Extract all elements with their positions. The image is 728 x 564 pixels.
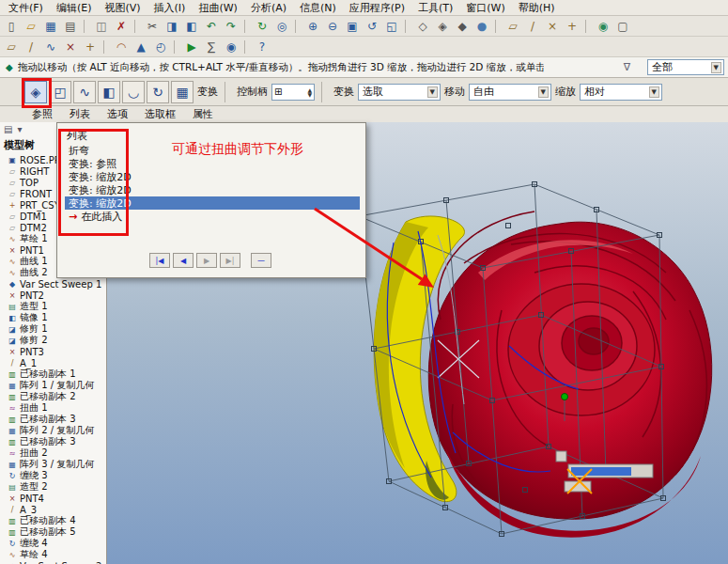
- erase-display-button[interactable]: ◫: [92, 18, 111, 35]
- move-dropdown[interactable]: 自由 ▼: [469, 84, 551, 101]
- copy-button[interactable]: ◨: [163, 18, 181, 35]
- tree-item[interactable]: ▥已移动副本 5: [0, 526, 106, 538]
- tree-item[interactable]: ◧镜像 1: [0, 312, 106, 323]
- feature-icon: ▥: [8, 528, 17, 537]
- feature-icon: ×: [8, 494, 17, 503]
- feature-icon: ◪: [8, 337, 17, 345]
- shaded-display-button[interactable]: ●: [472, 18, 491, 35]
- go-last-button[interactable]: ▶|: [220, 253, 240, 268]
- feature-icon: ∿: [8, 551, 17, 559]
- datum-axes-toggle-button[interactable]: /: [523, 18, 542, 35]
- menu-item-6[interactable]: 信息(N): [293, 0, 343, 16]
- tree-item-label: RIGHT: [20, 166, 49, 177]
- datum-planes-toggle-button[interactable]: ▱: [503, 18, 522, 35]
- bend-tool-button[interactable]: ◡: [122, 81, 145, 103]
- datum-csys-toggle-button[interactable]: +: [563, 18, 581, 35]
- tree-filter-icon[interactable]: ▾: [17, 125, 22, 134]
- tree-item[interactable]: ▤造型 1: [0, 301, 106, 312]
- revolve-tool-button[interactable]: ◴: [151, 39, 170, 55]
- sketch-tool-button[interactable]: ◠: [112, 39, 131, 55]
- tree-item[interactable]: ▥已移动副本 2: [0, 391, 106, 402]
- datum-axis-tool-button[interactable]: /: [22, 39, 40, 55]
- zoom-out-button[interactable]: ⊖: [323, 18, 342, 35]
- spin-center-toggle-button[interactable]: ◉: [594, 18, 612, 35]
- resume-feature-button[interactable]: ▶: [182, 39, 201, 55]
- datum-points-toggle-button[interactable]: ×: [543, 18, 562, 35]
- tree-item[interactable]: ×PNT2: [0, 290, 106, 301]
- refit-button[interactable]: ▣: [343, 18, 362, 35]
- tree-item[interactable]: ◆Var Sect Sweep 1: [0, 278, 106, 290]
- open-file-button[interactable]: ▱: [22, 18, 40, 35]
- datum-point-tool-button[interactable]: ×: [61, 39, 80, 55]
- menu-item-7[interactable]: 应用程序(P): [343, 0, 411, 16]
- tree-item[interactable]: ↻缠绕 3: [0, 470, 106, 481]
- reorient-button[interactable]: ↺: [363, 18, 381, 35]
- tab-4[interactable]: 属性: [193, 107, 213, 121]
- datum-curve-tool-button[interactable]: ∿: [41, 39, 60, 55]
- selection-scope-dropdown[interactable]: 全部 ▼: [647, 59, 724, 75]
- tree-item[interactable]: ×PNT4: [0, 493, 106, 504]
- stretch-tool-button[interactable]: ◧: [98, 81, 120, 103]
- tree-item[interactable]: ∿草绘 4: [0, 549, 106, 560]
- no-hidden-display-button[interactable]: ◆: [453, 18, 472, 35]
- menu-item-0[interactable]: 文件(F): [2, 0, 50, 16]
- delete-button[interactable]: ✗: [112, 18, 131, 35]
- go-first-button[interactable]: |◀: [149, 253, 170, 268]
- print-button[interactable]: ▤: [61, 18, 80, 35]
- analysis-measure-button[interactable]: ∑: [202, 39, 221, 55]
- warp-tool-button[interactable]: ◰: [49, 81, 71, 103]
- transform-dropdown[interactable]: 选取 ▼: [358, 84, 441, 101]
- datum-plane-tool-button[interactable]: ▱: [2, 39, 21, 55]
- redo-button[interactable]: ↷: [222, 18, 240, 35]
- menu-item-9[interactable]: 窗口(W): [459, 0, 511, 16]
- tab-0[interactable]: 参照: [32, 107, 53, 121]
- tab-2[interactable]: 选项: [107, 107, 128, 121]
- zoom-in-button[interactable]: ⊕: [303, 18, 322, 35]
- undo-button[interactable]: ↶: [202, 18, 221, 35]
- dashboard-separator: [321, 82, 327, 102]
- tree-item[interactable]: ▤造型 2: [0, 481, 106, 493]
- menu-item-5[interactable]: 分析(A): [244, 0, 293, 16]
- collapse-player-button[interactable]: —: [251, 253, 271, 268]
- context-help-button[interactable]: ?: [253, 39, 271, 55]
- tree-item[interactable]: ◆Var Sect Sweep 2: [0, 560, 106, 564]
- filter-beaker-icon[interactable]: ∇: [624, 61, 630, 73]
- wireframe-display-button[interactable]: ◇: [413, 18, 432, 35]
- save-button[interactable]: ▦: [41, 18, 60, 35]
- cut-button[interactable]: ✂: [143, 18, 162, 35]
- extrude-tool-button[interactable]: ▲: [132, 39, 150, 55]
- menu-item-1[interactable]: 编辑(E): [50, 0, 99, 16]
- tree-settings-icon[interactable]: ▤: [4, 125, 12, 134]
- menu-item-2[interactable]: 视图(V): [98, 0, 147, 16]
- feature-icon: ▣: [8, 156, 17, 164]
- menu-item-3[interactable]: 插入(I): [147, 0, 193, 16]
- step-back-button[interactable]: ◀: [173, 253, 194, 268]
- sculpt-tool-button[interactable]: ▦: [171, 81, 194, 103]
- tree-item[interactable]: ◪修剪 2: [0, 335, 106, 346]
- tree-item[interactable]: ◪修剪 1: [0, 323, 106, 335]
- menu-item-8[interactable]: 工具(T): [411, 0, 459, 16]
- tree-item[interactable]: ▥已移动副本 3: [0, 436, 106, 447]
- tab-1[interactable]: 列表: [70, 107, 90, 121]
- hidden-line-display-button[interactable]: ◈: [433, 18, 452, 35]
- paste-button[interactable]: ◧: [182, 18, 201, 35]
- menu-item-10[interactable]: 帮助(H): [512, 0, 562, 16]
- find-button[interactable]: ◎: [272, 18, 291, 35]
- datum-csys-tool-button[interactable]: +: [81, 39, 100, 55]
- scale-dropdown[interactable]: 相对 ▼: [580, 84, 662, 101]
- twist-tool-button[interactable]: ↻: [147, 81, 169, 103]
- window-activate-button[interactable]: ▢: [613, 18, 632, 35]
- tree-item[interactable]: ×PNT3: [0, 346, 106, 357]
- spine-tool-button[interactable]: ∿: [73, 81, 96, 103]
- tree-item[interactable]: ▦阵列 3 / 复制几何: [0, 459, 106, 470]
- new-file-button[interactable]: ▯: [2, 18, 21, 35]
- tab-3[interactable]: 选取框: [145, 107, 176, 121]
- tree-item[interactable]: ↻缠绕 4: [0, 538, 106, 549]
- saved-views-button[interactable]: ◱: [382, 18, 401, 35]
- step-forward-button[interactable]: ▶: [196, 253, 217, 268]
- handle-spinner[interactable]: ▲▼: [307, 87, 312, 97]
- handle-control[interactable]: ⊞ ▲▼: [271, 84, 315, 101]
- regenerate-button[interactable]: ↻: [253, 18, 271, 35]
- menu-item-4[interactable]: 扭曲(W): [192, 0, 243, 16]
- info-feature-button[interactable]: ◉: [222, 39, 240, 55]
